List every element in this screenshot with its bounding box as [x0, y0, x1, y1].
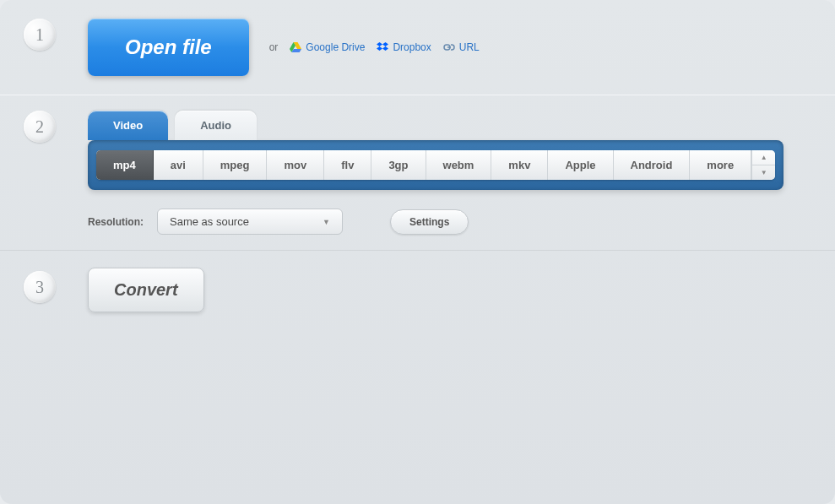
open-file-button[interactable]: Open file [88, 19, 249, 76]
format-mpeg[interactable]: mpeg [203, 150, 268, 180]
chevron-down-icon: ▼ [323, 218, 330, 226]
format-stepper[interactable]: ▲ ▼ [751, 150, 775, 180]
format-flv[interactable]: flv [324, 150, 371, 180]
resolution-label: Resolution: [88, 216, 144, 228]
url-label: URL [459, 41, 480, 53]
tab-audio[interactable]: Audio [175, 111, 257, 140]
dropbox-icon [377, 42, 388, 52]
tab-video[interactable]: Video [88, 111, 168, 140]
link-icon [443, 42, 455, 52]
convert-button[interactable]: Convert [88, 268, 204, 312]
format-avi[interactable]: avi [154, 150, 203, 180]
format-apple[interactable]: Apple [548, 150, 613, 180]
chevron-up-icon[interactable]: ▲ [752, 150, 775, 165]
or-label: or [269, 41, 279, 53]
settings-button[interactable]: Settings [390, 209, 469, 235]
format-bar: mp4 avi mpeg mov flv 3gp webm mkv Apple … [88, 140, 783, 190]
google-drive-link[interactable]: Google Drive [290, 41, 365, 53]
format-mkv[interactable]: mkv [491, 150, 548, 180]
format-3gp[interactable]: 3gp [371, 150, 426, 180]
format-mov[interactable]: mov [267, 150, 324, 180]
step-number-1: 1 [24, 19, 56, 51]
url-link[interactable]: URL [443, 41, 480, 53]
google-drive-label: Google Drive [306, 41, 365, 53]
step-number-3: 3 [24, 271, 56, 303]
format-android[interactable]: Android [614, 150, 691, 180]
resolution-select[interactable]: Same as source ▼ [157, 209, 343, 235]
dropbox-label: Dropbox [393, 41, 431, 53]
google-drive-icon [290, 42, 301, 52]
step-number-2: 2 [24, 111, 56, 143]
resolution-value: Same as source [170, 215, 249, 228]
format-mp4[interactable]: mp4 [96, 150, 154, 180]
format-webm[interactable]: webm [426, 150, 492, 180]
format-more[interactable]: more [690, 150, 751, 180]
chevron-down-icon[interactable]: ▼ [752, 165, 775, 180]
dropbox-link[interactable]: Dropbox [377, 41, 431, 53]
